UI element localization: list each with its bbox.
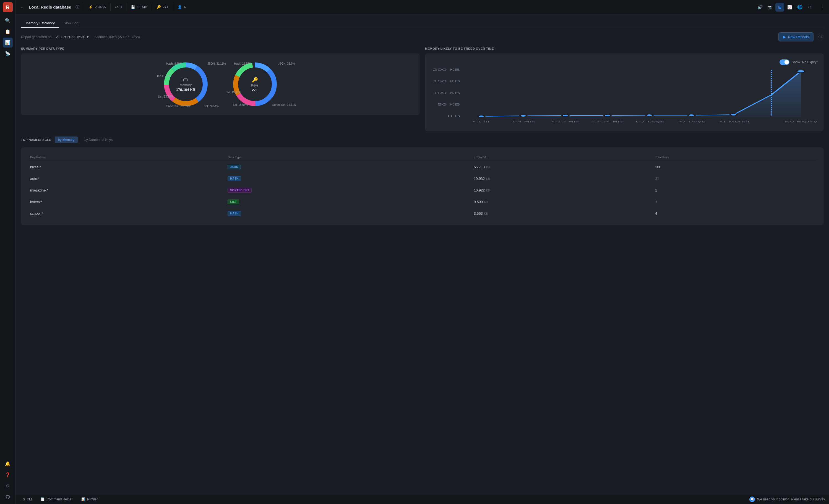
- sidebar-item-pubsub[interactable]: 📡: [3, 49, 13, 59]
- title-info-icon[interactable]: ⓘ: [75, 5, 79, 10]
- keys-donut-label: 🔑 Keys 271: [251, 77, 258, 92]
- svg-point-27: [604, 114, 611, 117]
- cell-type: SORTED SET: [224, 185, 470, 196]
- svg-point-29: [688, 114, 695, 116]
- cell-memory: 9.509 KB: [470, 196, 652, 208]
- cell-pattern: auto:*: [27, 173, 224, 185]
- tab-memory-efficiency[interactable]: Memory Efficiency: [21, 19, 59, 28]
- play-icon: ▶: [783, 35, 786, 39]
- cli-button[interactable]: _$ CLI: [19, 496, 34, 502]
- summary-card: 🗃 Memory 179.104 KB Hash: 8.86% TS: 11.6…: [21, 53, 420, 115]
- cell-memory: 55.713 KB: [470, 161, 652, 173]
- profiler-icon: 📊: [81, 497, 85, 501]
- tool-btn-3[interactable]: ⊞: [776, 3, 784, 12]
- cell-keys: 11: [652, 173, 818, 185]
- cell-pattern: magazine:*: [27, 185, 224, 196]
- cell-type: LIST: [224, 196, 470, 208]
- svg-point-25: [520, 115, 527, 117]
- memory-donut-value: 179.104 KB: [176, 88, 195, 92]
- memory-freed-card: Show "No Expiry" 200 KB: [425, 53, 824, 131]
- tool-btn-4[interactable]: 📈: [785, 3, 794, 12]
- sidebar-item-github[interactable]: [3, 492, 13, 502]
- svg-text:150 KB: 150 KB: [433, 80, 460, 83]
- cli-label: CLI: [27, 497, 32, 501]
- legend-hash-keys: Hash: 12.55%: [234, 62, 252, 65]
- report-date-picker[interactable]: 21 Oct 2022 15:30 ▾: [56, 35, 89, 39]
- namespaces-table: Key Pattern Data Type ↓ Total M... Total…: [27, 153, 818, 219]
- clients-icon: 👤: [178, 5, 182, 9]
- report-bar: Report generated on: 21 Oct 2022 15:30 ▾…: [21, 32, 824, 41]
- command-helper-label: Command Helper: [46, 497, 72, 501]
- donut-row: 🗃 Memory 179.104 KB Hash: 8.86% TS: 11.6…: [27, 60, 414, 109]
- cell-keys: 1: [652, 185, 818, 196]
- cell-pattern: school:*: [27, 208, 224, 220]
- stat-clients: 👤 4: [178, 5, 185, 9]
- report-info-button[interactable]: ⓘ: [817, 34, 824, 40]
- sidebar-item-browser[interactable]: 📋: [3, 27, 13, 36]
- tab-bar: Memory Efficiency Slow Log: [21, 19, 824, 28]
- cell-pattern: letters:*: [27, 196, 224, 208]
- svg-text:50 KB: 50 KB: [437, 103, 460, 106]
- sidebar-item-analytics[interactable]: 📊: [3, 38, 13, 47]
- header-more-button[interactable]: ⋮: [820, 4, 825, 10]
- header-divider-1: [84, 3, 84, 11]
- svg-text:1-4 Hrs: 1-4 Hrs: [511, 120, 536, 123]
- col-key-pattern: Key Pattern: [27, 153, 224, 161]
- stat-connections: ↩ 0: [115, 5, 122, 9]
- no-expiry-toggle[interactable]: [780, 60, 789, 65]
- bottom-bar: _$ CLI 📄 Command Helper 📊 Profiler 💬 We …: [15, 494, 829, 504]
- memory-donut-label: 🗃 Memory 179.104 KB: [176, 77, 195, 92]
- header: ← Local Redis database ⓘ ⚡ 2.94 % ↩ 0 💾 …: [15, 0, 829, 14]
- tab-slow-log[interactable]: Slow Log: [59, 19, 83, 28]
- sidebar-item-search[interactable]: 🔍: [3, 15, 13, 26]
- svg-text:<1 hr: <1 hr: [473, 120, 490, 123]
- new-reports-button[interactable]: ▶ New Reports: [779, 32, 814, 41]
- sidebar-item-settings[interactable]: ⚙: [3, 481, 13, 491]
- legend-list-mem: List: 13.88%: [158, 95, 173, 98]
- memory-icon: 💾: [131, 5, 135, 9]
- namespaces-title: TOP NAMESPACES: [21, 138, 51, 142]
- profiler-button[interactable]: 📊 Profiler: [79, 496, 100, 502]
- memory-freed-chart: 200 KB 150 KB 100 KB 50 KB 0 B: [431, 67, 818, 125]
- legend-json-mem: JSON: 31.11%: [207, 62, 226, 65]
- keys-icon: 🔑: [156, 5, 161, 9]
- sidebar-item-help[interactable]: ❓: [3, 470, 13, 480]
- svg-point-24: [478, 115, 484, 117]
- back-button[interactable]: ←: [20, 5, 24, 10]
- memory-freed-svg: 200 KB 150 KB 100 KB 50 KB 0 B: [431, 67, 818, 125]
- tool-btn-1[interactable]: 🔊: [755, 3, 764, 12]
- col-total-memory[interactable]: ↓ Total M...: [470, 153, 652, 161]
- main-area: ← Local Redis database ⓘ ⚡ 2.94 % ↩ 0 💾 …: [15, 0, 829, 504]
- cli-icon: _$: [21, 497, 25, 501]
- content-area: Memory Efficiency Slow Log Report genera…: [15, 14, 829, 494]
- report-scanned: Scanned 100% (271/271 keys): [94, 35, 140, 39]
- col-total-keys: Total Keys: [652, 153, 818, 161]
- memory-value: 11 MB: [137, 5, 147, 9]
- command-helper-button[interactable]: 📄 Command Helper: [38, 496, 75, 502]
- summary-title: SUMMARY PER DATA TYPE: [21, 47, 420, 50]
- summary-section: SUMMARY PER DATA TYPE: [21, 47, 420, 131]
- tool-btn-2[interactable]: 📷: [765, 3, 774, 12]
- tool-btn-6[interactable]: ⚙: [805, 3, 814, 12]
- col-data-type: Data Type: [224, 153, 470, 161]
- svg-text:1-7 Days: 1-7 Days: [634, 120, 664, 123]
- ns-tab-memory[interactable]: by Memory: [55, 137, 78, 143]
- sidebar-item-notifications[interactable]: 🔔: [3, 459, 13, 469]
- type-badge: JSON: [227, 165, 241, 169]
- ns-tab-keys[interactable]: by Number of Keys: [81, 137, 116, 143]
- type-badge: SORTED SET: [227, 188, 252, 193]
- tool-btn-5[interactable]: 🌐: [795, 3, 804, 12]
- app-logo[interactable]: R: [3, 2, 13, 12]
- legend-json-keys: JSON: 36.9%: [278, 62, 295, 65]
- svg-point-30: [730, 114, 737, 116]
- cell-keys: 100: [652, 161, 818, 173]
- header-divider-4: [152, 3, 152, 11]
- connections-icon: ↩: [115, 5, 118, 9]
- svg-point-31: [797, 70, 805, 73]
- clients-value: 4: [184, 5, 185, 9]
- feedback-label: We need your opinion. Please take our su…: [757, 497, 826, 501]
- cell-memory: 10.922 KB: [470, 185, 652, 196]
- legend-list-keys: List: 15.87%: [226, 91, 241, 94]
- svg-text:R: R: [6, 5, 9, 10]
- cell-memory: 10.932 KB: [470, 173, 652, 185]
